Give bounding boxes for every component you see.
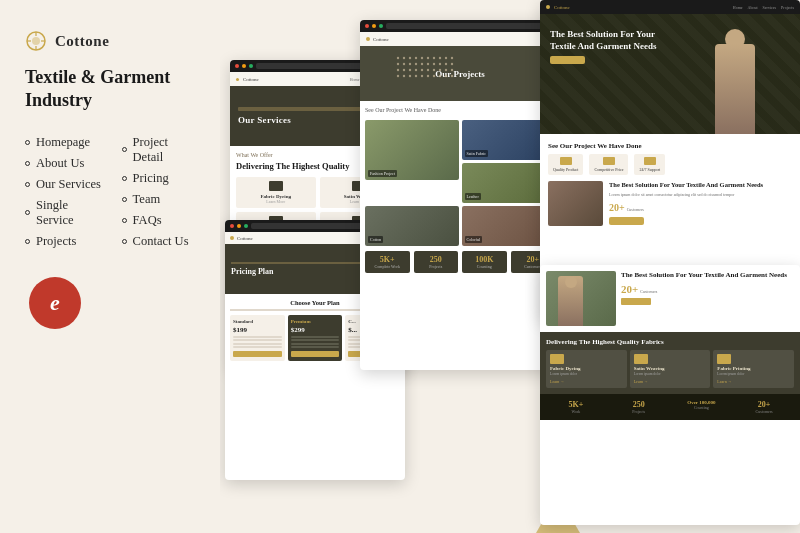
svg-point-31 <box>427 69 429 71</box>
hero-person-illustration <box>710 34 760 134</box>
hero-cta-button[interactable] <box>550 56 585 64</box>
about-card-link-2[interactable]: Learn → <box>634 379 707 384</box>
preview-about[interactable]: The Best Solution For Your Textile And G… <box>540 265 800 525</box>
nav-bullet <box>25 239 30 244</box>
hero-story-body: Lorem ipsum dolor sit amet consectetur a… <box>609 192 792 198</box>
nav-item-project-detail[interactable]: Project Detail <box>122 135 195 165</box>
nav-max <box>379 24 383 28</box>
nav-bullet <box>25 161 30 166</box>
hero-text-block: The Best Solution For Your Textile And G… <box>550 29 680 64</box>
svg-point-15 <box>451 57 453 59</box>
hero-stat-label-2: Competitive Price <box>594 167 623 172</box>
svg-point-37 <box>403 75 405 77</box>
nav-item-services[interactable]: Our Services <box>25 177 102 192</box>
nav-bullet <box>122 147 127 152</box>
logo-area: Cottone <box>25 30 195 52</box>
svg-point-1 <box>32 37 40 45</box>
svg-point-27 <box>403 69 405 71</box>
hero-learn-more-button[interactable] <box>609 217 644 225</box>
about-top-text: The Best Solution For Your Textile And G… <box>621 271 794 326</box>
about-stat-label-3: Counting <box>672 405 732 410</box>
hero-story-title: The Best Solution For Your Textile And G… <box>609 181 792 189</box>
about-stat-2: 250 Projects <box>609 400 669 414</box>
nav-col-right: Project Detail Pricing Team FAQs Contact… <box>122 135 195 249</box>
price-features-1 <box>233 336 282 349</box>
proj-stat-num-2: 250 <box>418 255 455 264</box>
svg-point-34 <box>445 69 447 71</box>
nav-item-single[interactable]: Single Service <box>25 198 102 228</box>
about-quality-title: Delivering The Highest Quality Fabrics <box>546 338 794 346</box>
about-stat-num-4: 20+ <box>734 400 794 409</box>
proj-stat-num-3: 100K <box>466 255 503 264</box>
price-col-standard: Standard $199 <box>230 315 285 362</box>
projects-grid: Fashion Project Satin Fabric Leather <box>365 120 555 246</box>
about-count-row: 20+ Customers <box>621 283 794 295</box>
hero-person-body <box>715 44 755 134</box>
hero-count: 20+ Customers <box>609 202 792 213</box>
price-col-premium: Premium $299 <box>288 315 343 362</box>
about-cta-button[interactable] <box>621 298 651 305</box>
nav-close <box>365 24 369 28</box>
svg-point-16 <box>397 63 399 65</box>
nav-item-aboutus[interactable]: About Us <box>25 156 102 171</box>
hero-logo-dot <box>546 5 550 9</box>
svg-point-43 <box>439 75 441 77</box>
svg-point-19 <box>415 63 417 65</box>
main-container: Cottone Textile & Garment Industry Homep… <box>0 0 800 533</box>
price-col-amount-2: $299 <box>291 326 340 334</box>
svg-point-38 <box>409 75 411 77</box>
nav-close <box>235 64 239 68</box>
about-card-text-3: Lorem ipsum dolor <box>717 372 790 377</box>
svg-point-41 <box>427 75 429 77</box>
sidebar: Cottone Textile & Garment Industry Homep… <box>0 0 220 533</box>
svg-point-20 <box>421 63 423 65</box>
projects-stats: 5K+ Complete Work 250 Projects 100K Coun… <box>365 251 555 273</box>
nav-close <box>230 224 234 228</box>
nav-item-team[interactable]: Team <box>122 192 195 207</box>
proj-stat-label-1: Complete Work <box>369 264 406 269</box>
projects-subtitle: See Our Project We Have Done <box>365 106 555 114</box>
logo-text: Cottone <box>55 33 109 50</box>
nav-item-contact[interactable]: Contact Us <box>122 234 195 249</box>
hero-stats-row: Quality Product Competitive Price 24/7 S… <box>548 154 792 175</box>
nav-bullet <box>122 239 127 244</box>
svg-point-39 <box>415 75 417 77</box>
dots-decoration <box>395 55 455 89</box>
svg-point-28 <box>409 69 411 71</box>
svg-point-32 <box>433 69 435 71</box>
nav-min <box>242 64 246 68</box>
proj-stat-label-3: Counting <box>466 264 503 269</box>
nav-min <box>237 224 241 228</box>
about-count-num: 20+ <box>621 283 638 295</box>
proj-stat-2: 250 Projects <box>414 251 459 273</box>
nav-item-projects[interactable]: Projects <box>25 234 102 249</box>
svg-point-45 <box>451 75 453 77</box>
svg-point-36 <box>397 75 399 77</box>
nav-item-faqs[interactable]: FAQs <box>122 213 195 228</box>
svg-point-6 <box>397 57 399 59</box>
about-top-content: The Best Solution For Your Textile And G… <box>540 265 800 332</box>
hero-nav-items: Home About Services Projects <box>733 5 794 10</box>
price-btn-2[interactable] <box>291 351 340 357</box>
proj-stat-num-1: 5K+ <box>369 255 406 264</box>
hero-count-label: Customers <box>627 207 644 212</box>
about-stat-label-2: Projects <box>609 409 669 414</box>
about-card-link-1[interactable]: Learn → <box>550 379 623 384</box>
nav-item-pricing[interactable]: Pricing <box>122 171 195 186</box>
hero-main-title: The Best Solution For Your Textile And G… <box>550 29 680 52</box>
svg-point-7 <box>403 57 405 59</box>
about-card-link-3[interactable]: Learn → <box>717 379 790 384</box>
project-img-1: Fashion Project <box>365 120 459 180</box>
pricing-logo-dot <box>230 236 234 240</box>
tagline: Textile & Garment Industry <box>25 66 195 113</box>
previews-area: // Will be generated inline Cottone Home… <box>220 0 800 533</box>
svg-point-9 <box>415 57 417 59</box>
svg-point-30 <box>421 69 423 71</box>
services-logo-dot <box>236 78 239 81</box>
elementor-badge: e <box>29 277 81 329</box>
proj-label-1: Fashion Project <box>368 170 397 177</box>
projects-header: Our Projects <box>360 46 560 101</box>
price-btn-1[interactable] <box>233 351 282 357</box>
preview-projects[interactable]: Cottone Our Projects See Our Project We … <box>360 20 560 370</box>
nav-item-homepage[interactable]: Homepage <box>25 135 102 150</box>
